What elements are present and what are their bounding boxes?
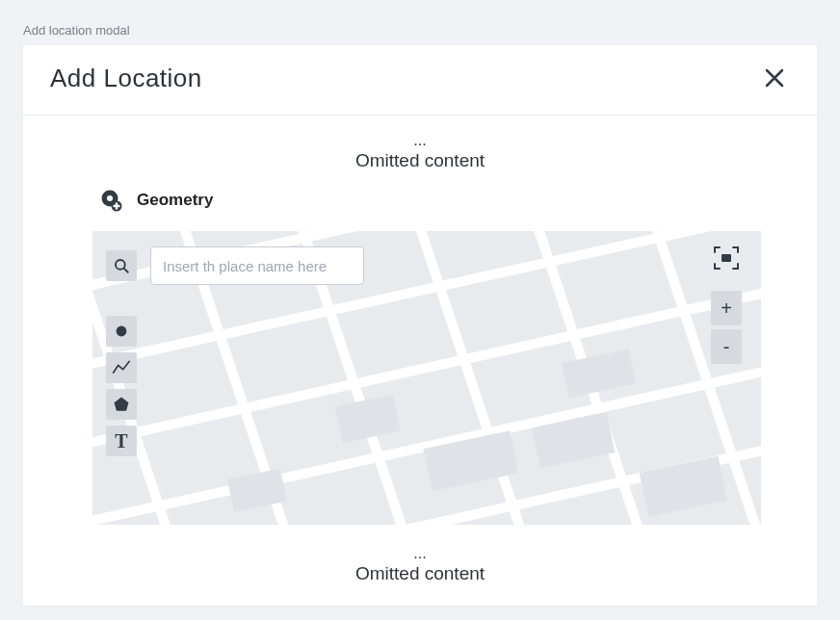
draw-text-button[interactable]: T bbox=[106, 426, 137, 456]
svg-rect-6 bbox=[114, 205, 120, 207]
add-location-modal: Add Location ... Omitted content Geometr… bbox=[23, 45, 817, 606]
search-button[interactable] bbox=[106, 250, 137, 281]
draw-polygon-button[interactable] bbox=[106, 389, 137, 420]
circle-icon bbox=[113, 323, 130, 340]
draw-tool-group: T bbox=[106, 316, 364, 456]
omitted-label: Omitted content bbox=[355, 150, 485, 171]
search-row bbox=[106, 246, 364, 285]
fullscreen-button[interactable] bbox=[709, 241, 744, 275]
search-icon bbox=[113, 257, 130, 274]
pentagon-icon bbox=[112, 395, 131, 414]
geometry-section-header: Geometry bbox=[23, 181, 817, 231]
ellipsis: ... bbox=[413, 133, 426, 148]
svg-point-30 bbox=[117, 326, 127, 337]
svg-rect-32 bbox=[722, 254, 731, 262]
modal-title: Add Location bbox=[50, 64, 202, 93]
zoom-controls: + - bbox=[711, 291, 742, 364]
place-name-input[interactable] bbox=[150, 246, 364, 285]
svg-point-3 bbox=[107, 195, 113, 201]
modal-caption: Add location modal bbox=[0, 0, 840, 45]
modal-header: Add Location bbox=[23, 45, 817, 116]
scan-icon bbox=[711, 243, 742, 273]
close-icon bbox=[763, 66, 786, 90]
draw-line-button[interactable] bbox=[106, 352, 137, 383]
svg-marker-31 bbox=[115, 398, 129, 411]
close-button[interactable] bbox=[759, 63, 790, 93]
omitted-label: Omitted content bbox=[355, 563, 485, 584]
map-canvas[interactable]: T + - bbox=[92, 231, 761, 525]
draw-point-button[interactable] bbox=[106, 316, 137, 347]
section-title: Geometry bbox=[137, 191, 213, 210]
omitted-content-top: ... Omitted content bbox=[23, 116, 817, 181]
omitted-content-bottom: ... Omitted content bbox=[23, 525, 817, 606]
zoom-in-button[interactable]: + bbox=[711, 291, 742, 325]
svg-line-29 bbox=[124, 269, 128, 272]
location-add-icon bbox=[98, 187, 125, 214]
zoom-out-button[interactable]: - bbox=[711, 329, 742, 364]
line-chart-icon bbox=[112, 358, 131, 377]
text-icon: T bbox=[115, 430, 127, 452]
map-toolbar-right: + - bbox=[709, 241, 744, 364]
map-toolbar-left: T bbox=[106, 246, 364, 456]
ellipsis: ... bbox=[413, 546, 426, 561]
